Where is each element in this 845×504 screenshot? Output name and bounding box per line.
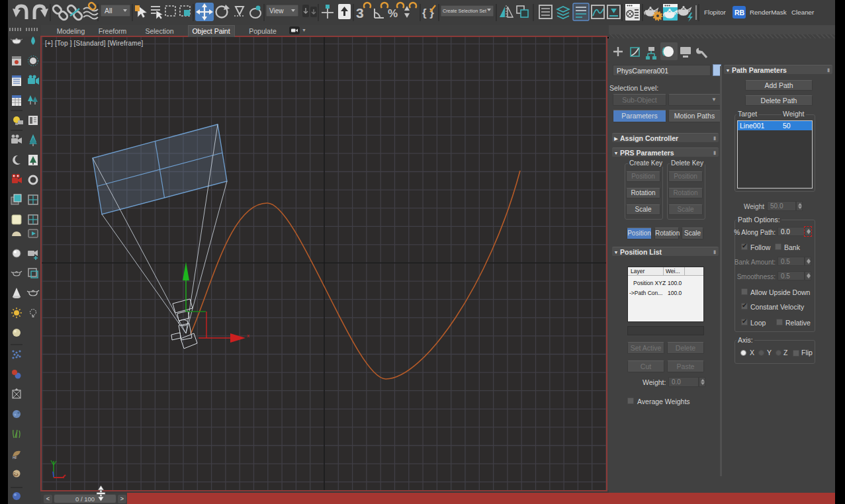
svg-text:Cleaner: Cleaner bbox=[791, 9, 815, 16]
svg-text:Create Selection Set: Create Selection Set bbox=[443, 8, 486, 14]
svg-text:O: O bbox=[13, 472, 16, 476]
svg-text:3: 3 bbox=[356, 5, 364, 21]
svg-text:RB: RB bbox=[734, 9, 745, 17]
svg-text:RenderMask: RenderMask bbox=[750, 9, 787, 16]
svg-text:View: View bbox=[269, 7, 284, 15]
svg-text:Flopitor: Flopitor bbox=[704, 9, 726, 16]
svg-text:HF: HF bbox=[13, 456, 17, 460]
svg-text:x: x bbox=[247, 333, 249, 339]
svg-text:%: % bbox=[388, 7, 398, 20]
svg-text:All: All bbox=[105, 7, 112, 15]
